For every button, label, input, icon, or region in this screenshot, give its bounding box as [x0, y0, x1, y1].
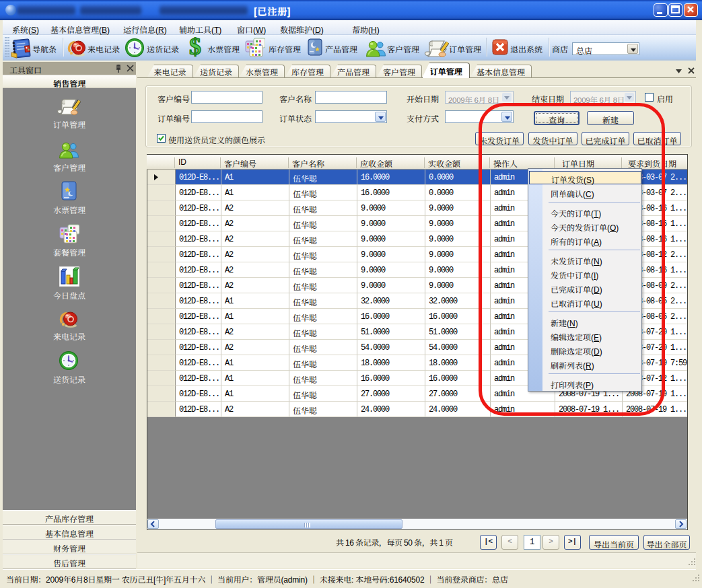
- svg-text:$: $: [189, 37, 201, 59]
